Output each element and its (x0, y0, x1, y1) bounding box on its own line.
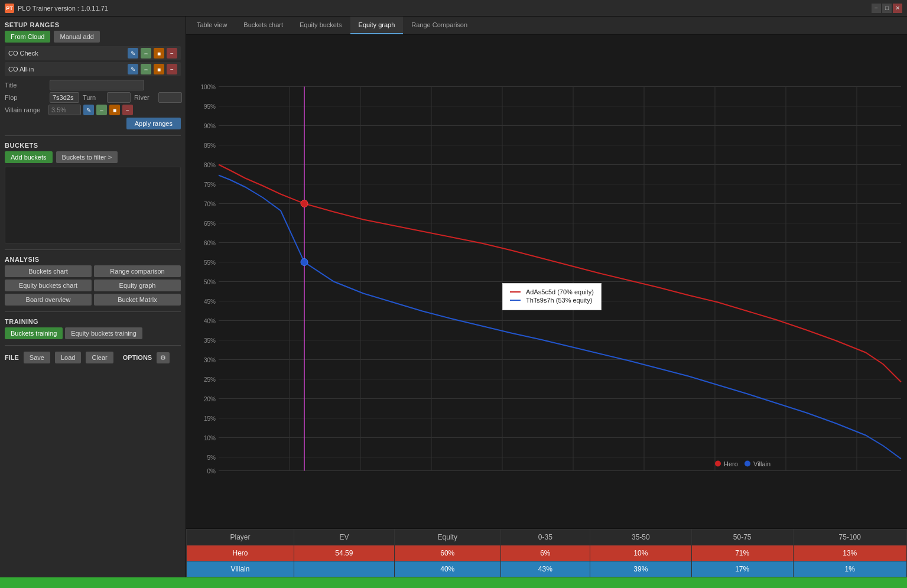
svg-text:100%: 100% (200, 84, 216, 90)
svg-text:90%: 90% (204, 123, 216, 129)
svg-text:35%: 35% (204, 337, 216, 344)
tab-equity-buckets[interactable]: Equity buckets (291, 17, 350, 34)
stats-table: Player EV Equity 0-35 35-50 50-75 75-100… (186, 529, 907, 577)
buckets-title: BUCKETS (5, 142, 181, 149)
bucket-matrix-button[interactable]: Bucket Matrix (94, 294, 181, 306)
options-gear-button[interactable]: ⚙ (157, 352, 170, 363)
range-comparison-button[interactable]: Range comparison (94, 265, 181, 277)
range-color-icon-2[interactable]: ■ (154, 64, 164, 74)
villain-color-icon[interactable]: ■ (109, 105, 120, 115)
svg-text:45%: 45% (204, 298, 216, 305)
villain-copy-icon[interactable]: ⎓ (96, 105, 107, 115)
svg-text:70%: 70% (204, 201, 216, 207)
turn-input[interactable] (107, 92, 131, 103)
manual-add-button[interactable]: Manual add (54, 31, 100, 43)
tab-bar: Table view Buckets chart Equity buckets … (186, 17, 907, 35)
villain-ev (294, 561, 395, 577)
equity-buckets-training-button[interactable]: Equity buckets training (65, 327, 142, 339)
svg-text:0%: 0% (207, 468, 216, 475)
villain-equity: 40% (394, 561, 500, 577)
villain-edit-icon[interactable]: ✎ (83, 105, 94, 115)
load-button[interactable]: Load (55, 352, 81, 363)
range-edit-icon[interactable]: ✎ (128, 48, 138, 59)
apply-ranges-button[interactable]: Apply ranges (126, 118, 181, 129)
equity-graph-svg: 100% 95% 90% 85% 80% 75% 70% 65% (186, 35, 907, 528)
tab-equity-graph[interactable]: Equity graph (350, 17, 404, 34)
hero-player: Hero (187, 545, 294, 561)
svg-text:5%: 5% (207, 454, 216, 461)
analysis-section: ANALYSIS Buckets chart Range comparison … (5, 256, 181, 306)
range-edit-icon-2[interactable]: ✎ (128, 64, 138, 74)
range-row-co-check: CO Check ✎ ⎓ ■ − (5, 46, 181, 60)
equity-graph-button[interactable]: Equity graph (94, 280, 181, 291)
range-copy-icon[interactable]: ⎓ (141, 48, 151, 59)
svg-text:30%: 30% (204, 357, 216, 363)
range-delete-icon-2[interactable]: − (167, 64, 177, 74)
title-label: Title (5, 82, 46, 89)
right-panel: Table view Buckets chart Equity buckets … (186, 17, 907, 577)
svg-text:85%: 85% (204, 142, 216, 149)
range-row-co-allin: CO All-in ✎ ⎓ ■ − (5, 62, 181, 76)
col-35-50: 35-50 (590, 529, 691, 545)
tab-table-view[interactable]: Table view (188, 17, 235, 34)
villain-delete-icon[interactable]: − (122, 105, 133, 115)
board-overview-button[interactable]: Board overview (5, 294, 92, 306)
hero-75-100: 13% (793, 545, 906, 561)
river-input[interactable] (158, 92, 182, 103)
training-section: TRAINING Buckets training Equity buckets… (5, 318, 181, 339)
analysis-title: ANALYSIS (5, 256, 181, 263)
tab-range-comparison[interactable]: Range Comparison (403, 17, 476, 34)
clear-button[interactable]: Clear (86, 352, 113, 363)
buckets-to-filter-button[interactable]: Buckets to filter > (56, 151, 118, 163)
col-equity: Equity (394, 529, 500, 545)
buckets-area (5, 167, 181, 243)
hero-ev: 54.59 (294, 545, 395, 561)
title-input[interactable] (50, 80, 144, 90)
svg-text:25%: 25% (204, 376, 216, 383)
add-buckets-button[interactable]: Add buckets (5, 151, 53, 163)
buckets-chart-button[interactable]: Buckets chart (5, 265, 92, 277)
villain-75-100: 1% (793, 561, 906, 577)
flop-label: Flop (5, 94, 46, 101)
buckets-training-button[interactable]: Buckets training (5, 327, 63, 339)
save-button[interactable]: Save (24, 352, 50, 363)
svg-point-57 (745, 461, 750, 467)
turn-label: Turn (83, 94, 103, 101)
setup-ranges-section: SETUP RANGES From Cloud Manual add CO Ch… (5, 21, 181, 129)
from-cloud-button[interactable]: From Cloud (5, 31, 50, 43)
col-player: Player (187, 529, 294, 545)
svg-text:75%: 75% (204, 181, 216, 188)
hero-35-50: 10% (590, 545, 691, 561)
svg-text:95%: 95% (204, 103, 216, 110)
svg-text:80%: 80% (204, 162, 216, 168)
range-color-icon[interactable]: ■ (154, 48, 164, 59)
minimize-button[interactable]: − (872, 4, 881, 13)
close-button[interactable]: ✕ (893, 4, 902, 13)
svg-point-55 (715, 461, 721, 467)
setup-ranges-title: SETUP RANGES (5, 21, 181, 28)
range-delete-icon[interactable]: − (167, 48, 177, 59)
range-name-co-allin: CO All-in (8, 66, 125, 73)
villain-label: Villain range (5, 106, 46, 113)
bottom-stats-section: Player EV Equity 0-35 35-50 50-75 75-100… (186, 528, 907, 577)
col-ev: EV (294, 529, 395, 545)
restore-button[interactable]: □ (882, 4, 892, 13)
svg-text:Villain: Villain (753, 460, 771, 467)
app-title: PLO Trainer version : 1.0.11.71 (18, 5, 108, 12)
villain-0-35: 43% (500, 561, 590, 577)
range-copy-icon-2[interactable]: ⎓ (141, 64, 151, 74)
tab-buckets-chart[interactable]: Buckets chart (235, 17, 291, 34)
villain-35-50: 39% (590, 561, 691, 577)
flop-input[interactable] (50, 92, 79, 103)
villain-50-75: 17% (691, 561, 793, 577)
stats-row-villain: Villain 40% 43% 39% 17% 1% (187, 561, 907, 577)
options-label: OPTIONS (123, 354, 152, 361)
svg-point-53 (301, 200, 308, 207)
file-options-row: FILE Save Load Clear OPTIONS ⚙ (5, 352, 181, 363)
file-label: FILE (5, 354, 19, 361)
villain-range-input[interactable] (48, 105, 81, 115)
equity-buckets-chart-button[interactable]: Equity buckets chart (5, 280, 92, 291)
svg-text:20%: 20% (204, 396, 216, 402)
col-50-75: 50-75 (691, 529, 793, 545)
svg-point-54 (301, 259, 308, 266)
